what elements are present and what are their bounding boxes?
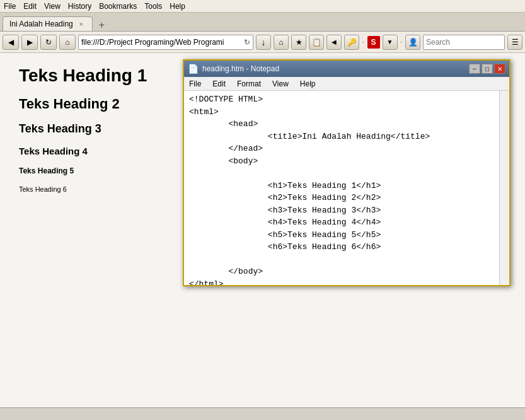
key-button[interactable]: 🔑 [344,35,359,50]
menu-bookmarks[interactable]: Bookmarks [99,2,137,11]
notepad-window: 📄 heading.htm - Notepad − □ ✕ File Edit … [183,59,511,286]
back-button[interactable]: ◀ [3,35,19,50]
content-wrapper: Teks Heading 1 Teks Heading 2 Teks Headi… [0,53,525,407]
notepad-title: heading.htm - Notepad [202,64,279,73]
address-bar[interactable] [81,38,244,47]
home-button[interactable]: ⌂ [59,35,76,50]
menu-tools[interactable]: Tools [144,2,162,11]
dropdown-button[interactable]: ▼ [383,35,398,50]
notepad-maximize-button[interactable]: □ [482,64,493,74]
notepad-close-button[interactable]: ✕ [494,64,505,74]
notepad-win-buttons: − □ ✕ [469,64,505,74]
bookmark-icon-button[interactable]: 📋 [309,35,324,50]
search-container [423,35,505,50]
browser-tabs: Ini Adalah Heading × + [0,13,525,32]
menu-hamburger-button[interactable]: ☰ [507,35,522,50]
browser-menubar: File Edit View History Bookmarks Tools H… [0,0,525,13]
download-button[interactable]: ↓ [256,35,271,50]
arrow-left-button[interactable]: ◀ [326,35,342,50]
home-icon-button[interactable]: ⌂ [274,35,289,50]
s-toolbar-icon[interactable]: S [367,36,380,49]
menu-edit[interactable]: Edit [23,2,37,11]
notepad-doc-icon: 📄 [188,64,199,74]
notepad-menubar: File Edit Format View Help [184,77,509,91]
browser-statusbar [0,407,525,420]
notepad-menu-edit[interactable]: Edit [210,78,228,90]
active-tab[interactable]: Ini Adalah Heading × [3,16,93,31]
s-icon-container: S [367,36,380,49]
notepad-editor[interactable] [184,91,509,285]
notepad-scrollbar[interactable] [499,91,509,285]
menu-help[interactable]: Help [170,2,185,11]
tab-close-button[interactable]: × [77,20,86,28]
notepad-title-area: 📄 heading.htm - Notepad [188,64,279,74]
search-input[interactable] [426,38,521,47]
notepad-menu-format[interactable]: Format [234,78,263,90]
notepad-menu-file[interactable]: File [187,78,204,90]
forward-button[interactable]: ▶ [21,35,38,50]
menu-view[interactable]: View [44,2,61,11]
browser-window: File Edit View History Bookmarks Tools H… [0,0,525,420]
refresh-inline-icon[interactable]: ↻ [244,38,250,47]
user-button[interactable]: 👤 [405,35,420,50]
browser-toolbar: ◀ ▶ ↻ ⌂ ↻ ↓ ⌂ ★ 📋 ◀ 🔑 · S ▼ · 👤 ☰ [0,32,525,53]
tab-title: Ini Adalah Heading [9,20,73,28]
refresh-button[interactable]: ↻ [40,35,57,50]
notepad-minimize-button[interactable]: − [469,64,480,74]
menu-history[interactable]: History [68,2,91,11]
notepad-titlebar: 📄 heading.htm - Notepad − □ ✕ [184,61,509,77]
address-bar-container: ↻ [78,35,253,50]
star-button[interactable]: ★ [291,35,306,50]
notepad-menu-view[interactable]: View [270,78,291,90]
menu-file[interactable]: File [4,2,16,11]
new-tab-button[interactable]: + [95,20,108,31]
notepad-content [184,91,509,285]
notepad-menu-help[interactable]: Help [297,78,318,90]
